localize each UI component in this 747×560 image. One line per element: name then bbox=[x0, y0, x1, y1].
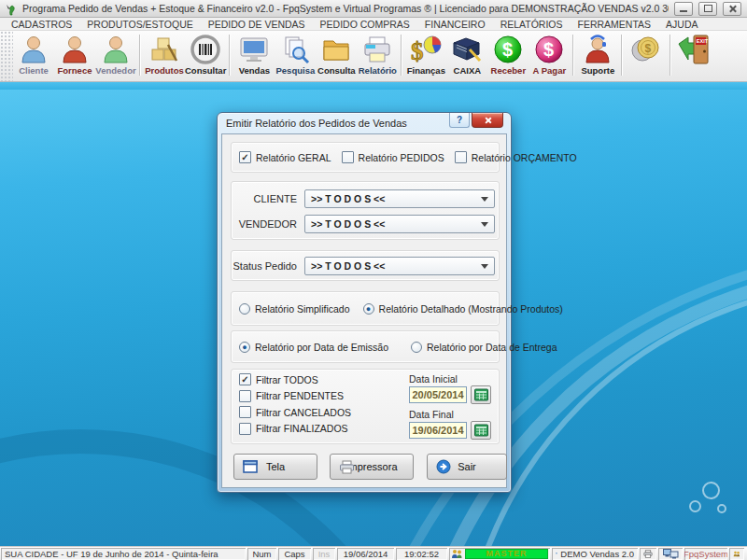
toolbar-separator bbox=[669, 35, 671, 76]
window-title: Programa Pedido de Vendas + Estoque & Fi… bbox=[22, 3, 669, 14]
menu-cadastros[interactable]: CADASTROS bbox=[4, 19, 79, 30]
data-final-label: Data Final bbox=[409, 409, 497, 420]
toolbar-button-suporte[interactable]: Suporte bbox=[577, 31, 618, 81]
radio-relatorio-detalhado[interactable]: ● Relatório Detalhado (Mostrando Produto… bbox=[363, 303, 563, 315]
application-window: Programa Pedido de Vendas + Estoque & Fi… bbox=[0, 0, 747, 560]
toolbar-button-coin[interactable]: $ bbox=[626, 31, 667, 81]
data-final-calendar-button[interactable] bbox=[471, 421, 491, 440]
checkbox-mark bbox=[239, 406, 251, 418]
status-pedido-label: Status Pedido bbox=[232, 260, 297, 272]
toolbar-button-vendas[interactable]: Vendas bbox=[233, 31, 275, 81]
toolbar-button-financas[interactable]: $ Finanças bbox=[405, 31, 446, 81]
data-inicial-field[interactable]: 20/05/2014 bbox=[409, 386, 467, 403]
radio-circle: ● bbox=[363, 303, 374, 315]
folder-icon bbox=[321, 33, 351, 66]
checkbox-filtrar-pendentes[interactable]: Filtrar PENDENTES bbox=[239, 390, 351, 402]
ledger-book-icon bbox=[451, 33, 483, 66]
checkbox-filtrar-todos[interactable]: ✓ Filtrar TODOS bbox=[239, 373, 351, 385]
status-brand: FpqSystem bbox=[684, 548, 727, 560]
data-final-field[interactable]: 19/06/2014 bbox=[409, 422, 467, 439]
menu-produtos-estoque[interactable]: PRODUTOS/ESTOQUE bbox=[79, 19, 200, 30]
radio-data-emissao[interactable]: ● Relatório por Data de Emissão bbox=[239, 342, 388, 353]
printer-icon bbox=[643, 549, 653, 559]
client-seller-section: CLIENTE >> T O D O S << VENDEDOR >> T O … bbox=[231, 181, 500, 240]
toolbar-label: Cliente bbox=[19, 66, 49, 76]
checkbox-filtrar-cancelados[interactable]: Filtrar CANCELADOS bbox=[239, 406, 351, 418]
checkbox-relatorio-pedidos[interactable]: Relatório PEDIDOS bbox=[342, 151, 444, 163]
toolbar-button-a-pagar[interactable]: $ A Pagar bbox=[529, 31, 570, 81]
checkbox-filtrar-finalizados[interactable]: Filtrar FINALIZADOS bbox=[239, 423, 351, 435]
pink-dollar-sphere-icon: $ bbox=[533, 33, 565, 66]
dialog-titlebar[interactable]: Emitir Relatório dos Pedidos de Vendas ? bbox=[218, 113, 511, 133]
status-insert: Ins bbox=[313, 548, 335, 560]
toolbar-label: Vendedor bbox=[95, 66, 135, 76]
chevron-down-icon bbox=[481, 264, 488, 269]
radio-relatorio-simplificado[interactable]: Relatório Simplificado bbox=[239, 303, 350, 315]
status-location: SUA CIDADE - UF 19 de Junho de 2014 - Qu… bbox=[1, 548, 246, 560]
sair-button[interactable]: Sair bbox=[427, 454, 507, 480]
radio-circle: ● bbox=[239, 342, 250, 353]
checkbox-mark bbox=[342, 151, 354, 163]
toolbar-button-receber[interactable]: $ Receber bbox=[487, 31, 529, 81]
supplier-person-icon bbox=[61, 33, 89, 66]
dialog-help-button[interactable]: ? bbox=[449, 113, 470, 128]
background-bubble bbox=[702, 482, 720, 499]
vendedor-label: VENDEDOR bbox=[232, 218, 297, 230]
exit-door-icon: EXIT bbox=[677, 33, 712, 66]
toolbar-button-cliente[interactable]: Cliente bbox=[13, 31, 54, 81]
status-pedido-combobox[interactable]: >> T O D O S << bbox=[304, 257, 495, 275]
toolbar-button-pesquisa[interactable]: Pesquisa bbox=[275, 31, 316, 81]
menu-ferramentas[interactable]: FERRAMENTAS bbox=[571, 19, 659, 30]
background-bubble bbox=[689, 500, 701, 512]
menu-financeiro[interactable]: FINANCEIRO bbox=[417, 19, 493, 30]
app-window-icon bbox=[556, 549, 557, 558]
users-icon bbox=[733, 549, 740, 559]
vendedor-combobox[interactable]: >> T O D O S << bbox=[304, 215, 495, 233]
minimize-button[interactable] bbox=[674, 2, 693, 16]
date-range-block: Data Inicial 20/05/2014 Data Final 19/06… bbox=[409, 371, 497, 440]
chevron-down-icon bbox=[481, 222, 488, 227]
titlebar[interactable]: Programa Pedido de Vendas + Estoque & Fi… bbox=[0, 0, 747, 18]
toolbar-button-caixa[interactable]: CAIXA bbox=[446, 31, 487, 81]
menu-pedido-compras[interactable]: PEDIDO COMPRAS bbox=[313, 19, 417, 30]
toolbar-button-consulta[interactable]: Consulta bbox=[316, 31, 357, 81]
product-boxes-icon bbox=[149, 33, 179, 66]
toolbar-separator bbox=[401, 35, 402, 76]
menu-relatorios[interactable]: RELATÓRIOS bbox=[493, 19, 571, 30]
close-button[interactable] bbox=[723, 2, 741, 16]
restore-button[interactable] bbox=[698, 2, 717, 16]
dialog-title: Emitir Relatório dos Pedidos de Vendas bbox=[218, 118, 407, 129]
toolbar-button-exit[interactable]: EXIT bbox=[674, 31, 715, 81]
status-printer-panel bbox=[640, 548, 656, 560]
checkbox-relatorio-geral[interactable]: ✓ Relatório GERAL bbox=[239, 151, 331, 163]
menu-pedido-de-vendas[interactable]: PEDIDO DE VENDAS bbox=[201, 19, 313, 30]
menu-ajuda[interactable]: AJUDA bbox=[658, 19, 705, 30]
checkbox-relatorio-orcamento[interactable]: Relatório ORÇAMENTO bbox=[455, 151, 577, 163]
status-network-panel bbox=[658, 548, 683, 560]
toolbar-button-produtos[interactable]: Produtos bbox=[144, 31, 185, 81]
dialog-close-button[interactable] bbox=[472, 113, 503, 128]
report-type-section: ✓ Relatório GERAL Relatório PEDIDOS Rela… bbox=[231, 142, 500, 173]
tela-button[interactable]: Tela bbox=[233, 454, 317, 480]
status-date: 19/06/2014 bbox=[337, 548, 394, 560]
dialog-body: ✓ Relatório GERAL Relatório PEDIDOS Rela… bbox=[221, 133, 507, 488]
toolbar-grip-texture bbox=[0, 31, 13, 81]
cliente-combobox[interactable]: >> T O D O S << bbox=[304, 189, 495, 208]
toolbar-button-relatorio[interactable]: Relatório bbox=[357, 31, 398, 81]
minimize-icon bbox=[680, 10, 687, 12]
app-logo-icon bbox=[5, 3, 17, 15]
checkbox-mark bbox=[239, 390, 251, 402]
data-inicial-calendar-button[interactable] bbox=[471, 385, 491, 404]
dollar-pie-icon: $ bbox=[410, 33, 442, 66]
toolbar-button-fornecedor[interactable]: Fornece bbox=[54, 31, 95, 81]
svg-text:$: $ bbox=[411, 37, 424, 64]
calendar-icon bbox=[474, 388, 488, 401]
toolbar-button-vendedor[interactable]: Vendedor bbox=[95, 31, 136, 81]
window-screen-icon bbox=[243, 460, 258, 473]
toolbar-button-consultar[interactable]: Consultar bbox=[185, 31, 226, 81]
barcode-icon bbox=[190, 33, 221, 66]
exit-door-text: EXIT bbox=[697, 38, 709, 44]
radio-data-entrega[interactable]: Relatório por Data de Entrega bbox=[411, 342, 557, 353]
impressora-button[interactable]: Impressora bbox=[330, 454, 414, 480]
statusbar: SUA CIDADE - UF 19 de Junho de 2014 - Qu… bbox=[0, 546, 747, 560]
